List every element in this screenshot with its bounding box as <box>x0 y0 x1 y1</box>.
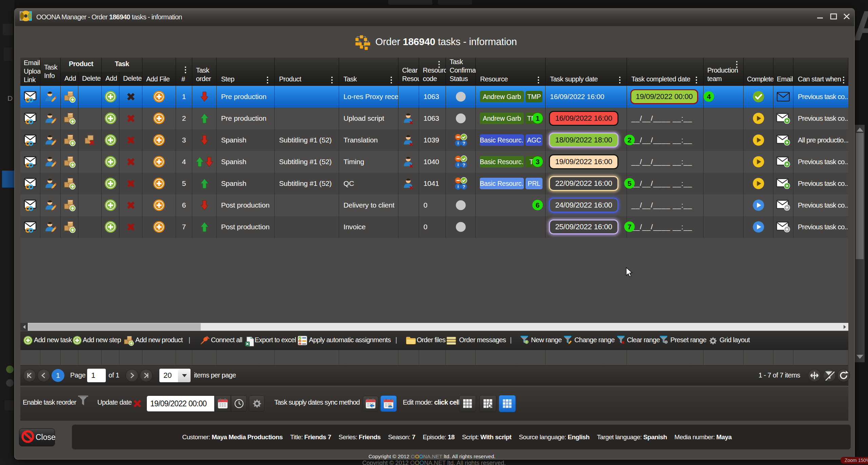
svg-text:i: i <box>457 184 458 189</box>
svg-text:?: ? <box>462 162 465 168</box>
svg-text:?: ? <box>462 141 465 146</box>
svg-text:i: i <box>457 140 458 146</box>
svg-text:?: ? <box>462 184 465 189</box>
svg-text:i: i <box>457 162 458 167</box>
